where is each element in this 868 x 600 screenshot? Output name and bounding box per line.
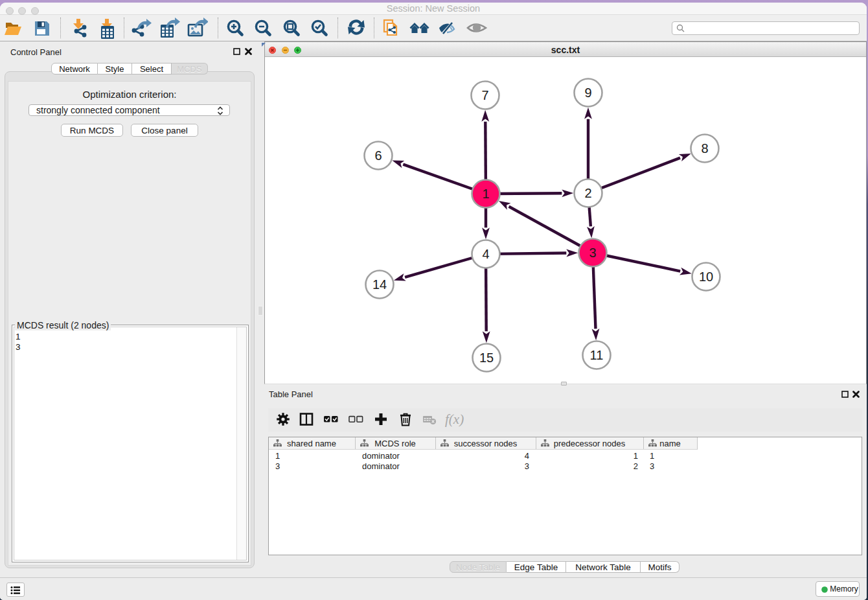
svg-text:4: 4 [482,247,489,261]
svg-text:2: 2 [584,186,591,200]
svg-text:3: 3 [589,246,596,260]
svg-text:8: 8 [701,141,708,156]
svg-text:10: 10 [699,270,713,284]
svg-text:14: 14 [372,277,387,292]
svg-text:9: 9 [584,86,591,100]
svg-text:15: 15 [479,351,494,365]
svg-text:1: 1 [482,187,489,201]
svg-text:11: 11 [590,348,604,362]
svg-text:7: 7 [481,88,488,102]
svg-text:6: 6 [374,148,382,163]
